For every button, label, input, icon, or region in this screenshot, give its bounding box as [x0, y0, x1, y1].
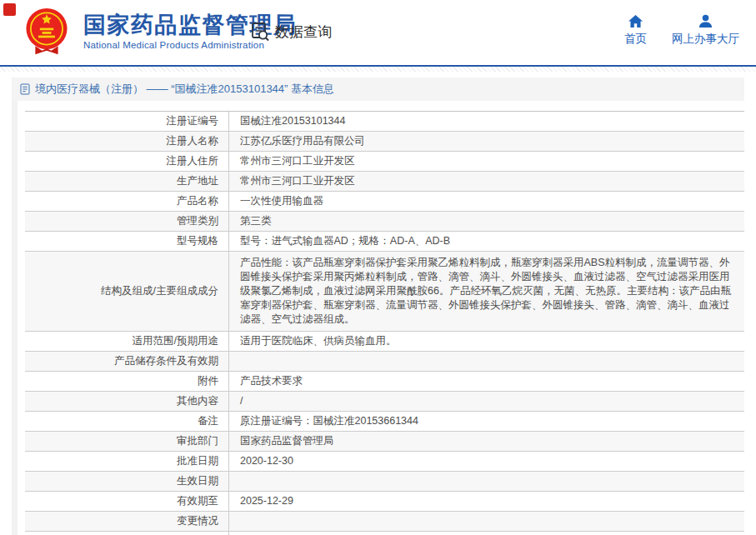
table-row: 注册证编号 国械注准20153101344	[25, 112, 744, 132]
row-value: 产品技术要求	[229, 372, 744, 391]
row-label: 审批部门	[25, 432, 229, 451]
row-value: 型号：进气式输血器AD；规格：AD-A、AD-B	[229, 232, 744, 251]
nav-home[interactable]: 首页	[624, 14, 647, 47]
table-row-note: 注 详情	[25, 532, 744, 535]
table-row: 产品储存条件及有效期	[25, 352, 744, 372]
row-value: 国械注准20153101344	[229, 112, 744, 131]
corner-badge-icon	[3, 3, 16, 16]
row-label: 变更情况	[25, 512, 229, 531]
table-row: 其他内容 /	[25, 392, 744, 412]
row-value: 适用于医院临床、供病员输血用。	[229, 332, 744, 351]
table-row: 注册人住所 常州市三河口工业开发区	[25, 152, 744, 172]
row-label: 备注	[25, 412, 229, 431]
row-label: 注	[25, 532, 229, 535]
row-label: 型号规格	[25, 232, 229, 251]
breadcrumb: 境内医疗器械（注册） —— “国械注准20153101344” 基本信息	[12, 78, 744, 101]
nav-service-hall[interactable]: 网上办事大厅	[672, 14, 739, 47]
row-label: 注册人名称	[25, 132, 229, 151]
row-label: 结构及组成/主要组成成分	[25, 252, 229, 331]
home-icon	[628, 14, 643, 28]
table-row: 变更情况	[25, 512, 744, 532]
table-row: 管理类别 第三类	[25, 212, 744, 232]
row-value: 一次性使用输血器	[229, 192, 744, 211]
table-row: 批准日期 2020-12-30	[25, 452, 744, 472]
row-value: 原注册证编号：国械注准20153661344	[229, 412, 744, 431]
header-shadow	[0, 67, 756, 72]
table-row: 生效日期	[25, 472, 744, 492]
row-label: 有效期至	[25, 492, 229, 511]
registration-detail-table: 注册证编号 国械注准20153101344 注册人名称 江苏亿乐医疗用品有限公司…	[25, 111, 744, 535]
table-row: 备注 原注册证编号：国械注准20153661344	[25, 412, 744, 432]
table-row: 审批部门 国家药品监督管理局	[25, 432, 744, 452]
row-value: 产品性能：该产品瓶塞穿刺器保护套采用聚乙烯粒料制成，瓶塞穿刺器采用ABS粒料制成…	[229, 252, 744, 331]
row-value: 详情	[229, 532, 744, 535]
table-row: 结构及组成/主要组成成分 产品性能：该产品瓶塞穿刺器保护套采用聚乙烯粒料制成，瓶…	[25, 252, 744, 332]
national-emblem-icon	[23, 8, 70, 58]
document-icon	[20, 83, 30, 95]
site-header: 国家药品监督管理局 National Medical Products Admi…	[0, 0, 756, 67]
row-value: 常州市三河口工业开发区	[229, 152, 744, 171]
table-row: 型号规格 型号：进气式输血器AD；规格：AD-A、AD-B	[25, 232, 744, 252]
header-nav: 首页 网上办事大厅	[624, 14, 739, 47]
row-value: 江苏亿乐医疗用品有限公司	[229, 132, 744, 151]
row-label: 产品储存条件及有效期	[25, 352, 229, 371]
nav-home-label: 首页	[624, 32, 647, 47]
nav-service-hall-label: 网上办事大厅	[672, 32, 739, 47]
row-label: 生效日期	[25, 472, 229, 491]
row-value	[229, 512, 744, 531]
row-label: 其他内容	[25, 392, 229, 411]
row-value: 第三类	[229, 212, 744, 231]
row-value: /	[229, 392, 744, 411]
row-label: 注册人住所	[25, 152, 229, 171]
table-row: 生产地址 常州市三河口工业开发区	[25, 172, 744, 192]
row-label: 生产地址	[25, 172, 229, 191]
data-query-section: 数据查询	[249, 21, 332, 42]
row-value	[229, 352, 744, 371]
left-gutter	[12, 101, 18, 535]
row-value: 国家药品监督管理局	[229, 432, 744, 451]
row-value	[229, 472, 744, 491]
data-query-icon	[249, 21, 271, 42]
table-row: 产品名称 一次性使用输血器	[25, 192, 744, 212]
data-query-title: 数据查询	[275, 22, 332, 42]
table-row: 适用范围/预期用途 适用于医院临床、供病员输血用。	[25, 332, 744, 352]
table-row: 注册人名称 江苏亿乐医疗用品有限公司	[25, 132, 744, 152]
row-label: 适用范围/预期用途	[25, 332, 229, 351]
row-label: 管理类别	[25, 212, 229, 231]
user-icon	[698, 14, 713, 28]
row-label: 附件	[25, 372, 229, 391]
row-label: 产品名称	[25, 192, 229, 211]
row-label: 批准日期	[25, 452, 229, 471]
row-value: 2025-12-29	[229, 492, 744, 511]
table-row: 有效期至 2025-12-29	[25, 492, 744, 512]
table-row: 附件 产品技术要求	[25, 372, 744, 392]
row-value: 2020-12-30	[229, 452, 744, 471]
row-value: 常州市三河口工业开发区	[229, 172, 744, 191]
row-label: 注册证编号	[25, 112, 229, 131]
breadcrumb-text: 境内医疗器械（注册） —— “国械注准20153101344” 基本信息	[35, 82, 334, 97]
